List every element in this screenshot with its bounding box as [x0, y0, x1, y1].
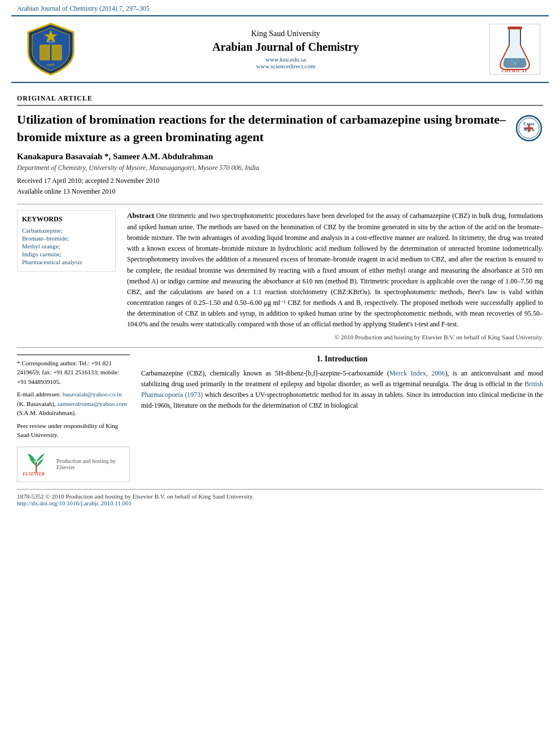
affiliation: Department of Chemistry, University of M… [17, 164, 543, 172]
body-content: ORIGINAL ARTICLE Utilization of brominat… [0, 90, 560, 482]
keywords-title: KEYWORDS [22, 215, 111, 224]
abstract-column: Abstract One titrimetric and two spectro… [127, 204, 543, 340]
svg-point-7 [510, 59, 514, 63]
email-link-2[interactable]: sameeralroima@yahoo.com [57, 400, 126, 407]
introduction-text: Carbamazepine (CBZ), chemically known as… [141, 368, 543, 412]
elsevier-text: Production and hosting by Elsevier [56, 458, 126, 470]
footnotes-box: * Corresponding author. Tel.: +91 821 24… [17, 355, 130, 440]
article-type-label: ORIGINAL ARTICLE [17, 90, 543, 106]
header-center-info: King Saud University Arabian Journal of … [85, 29, 487, 69]
abstract-copyright: © 2010 Production and hosting by Elsevie… [127, 334, 543, 340]
abstract-label: Abstract [127, 211, 154, 220]
svg-point-8 [517, 59, 519, 61]
university-name: King Saud University [85, 29, 487, 38]
authors-line: Kanakapura Basavaiah *, Sameer A.M. Abdu… [17, 152, 543, 161]
bp-link[interactable]: British Pharmacopoeia (1973) [141, 380, 543, 399]
journal-title: Arabian Journal of Chemistry [85, 41, 487, 54]
keywords-box: KEYWORDS Carbamazepine; Bromate–bromide;… [17, 210, 116, 272]
keyword-4: Indigo carmine; [22, 251, 111, 257]
doi-link[interactable]: http://dx.doi.org/10.1016/j.arabjc.2010.… [17, 500, 132, 506]
keyword-3: Methyl orange; [22, 243, 111, 250]
journal-links: www.ksu.edu.sa www.sciencedirect.com [85, 56, 487, 69]
svg-rect-10 [508, 27, 522, 29]
article-title: Utilization of bromination reactions for… [17, 111, 509, 146]
email-note: E-mail addresses: basavaiah@yahoo.co.in … [17, 390, 130, 418]
elsevier-logo-icon: ELSEVIER [21, 451, 52, 476]
page-footer: 1878-5352 © 2010 Production and hosting … [17, 489, 543, 506]
svg-text:CHEMICAL: CHEMICAL [501, 69, 528, 73]
journal-header: 1957 جامعة King Saud University Arabian … [11, 15, 549, 83]
introduction-section: 1. Introduction Carbamazepine (CBZ), che… [141, 355, 543, 482]
keyword-2: Bromate–bromide; [22, 235, 111, 242]
abstract-section: KEYWORDS Carbamazepine; Bromate–bromide;… [17, 204, 543, 340]
keywords-column: KEYWORDS Carbamazepine; Bromate–bromide;… [17, 204, 116, 340]
section-divider [17, 347, 543, 348]
ksu-logo-left: 1957 جامعة [17, 21, 85, 77]
introduction-title: 1. Introduction [141, 355, 543, 364]
abstract-text: Abstract One titrimetric and two spectro… [127, 210, 543, 330]
chemical-flask-icon: CHEMICAL [492, 25, 537, 73]
keyword-5: Pharmaceutical analysis [22, 259, 111, 265]
keyword-1: Carbamazepine; [22, 227, 111, 234]
crossmark-area[interactable]: Cross Mark [515, 114, 543, 145]
svg-text:1957: 1957 [47, 63, 55, 67]
bottom-section: * Corresponding author. Tel.: +91 821 24… [17, 355, 543, 482]
journal-reference: Arabian Journal of Chemistry (2014) 7, 2… [0, 0, 560, 15]
chemical-logo-right: CHEMICAL [487, 24, 543, 75]
merck-link[interactable]: Merck Index, 2006 [390, 369, 445, 377]
svg-text:ELSEVIER: ELSEVIER [22, 471, 45, 476]
article-title-area: Utilization of bromination reactions for… [17, 111, 543, 146]
chemical-brand-logo: CHEMICAL [489, 24, 540, 75]
elsevier-branding: ELSEVIER Production and hosting by Elsev… [17, 447, 130, 482]
elsevier-logo-area: ELSEVIER [21, 451, 52, 478]
email-link-1[interactable]: basavaiah@yahoo.co.in [63, 391, 122, 397]
svg-text:جامعة: جامعة [47, 40, 55, 43]
footnotes-section: * Corresponding author. Tel.: +91 821 24… [17, 355, 130, 482]
crossmark-icon: Cross Mark [515, 114, 543, 142]
ksu-shield-icon: 1957 جامعة [23, 21, 79, 77]
article-dates: Received 17 April 2010; accepted 2 Novem… [17, 176, 543, 197]
corresponding-author-note: * Corresponding author. Tel.: +91 821 24… [17, 359, 130, 387]
peer-review-note: Peer review under responsibility of King… [17, 421, 130, 440]
svg-point-9 [514, 62, 517, 64]
